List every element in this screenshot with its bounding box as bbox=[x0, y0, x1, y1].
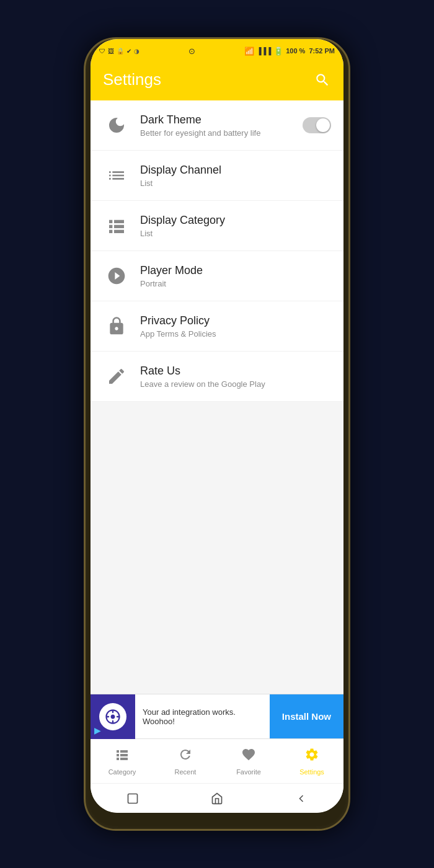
nav-label-recent: Recent bbox=[175, 768, 197, 776]
signal-icon: ▐▐▐ bbox=[257, 47, 271, 55]
player-mode-icon bbox=[103, 262, 130, 290]
dark-theme-title: Dark Theme bbox=[140, 113, 303, 126]
ad-logo: ▶ bbox=[91, 694, 135, 739]
battery-percent: 100 % bbox=[286, 47, 305, 55]
nav-item-favorite[interactable]: Favorite bbox=[217, 747, 280, 776]
privacy-policy-subtitle: App Terms & Policies bbox=[140, 329, 331, 339]
ad-logo-inner bbox=[99, 703, 126, 730]
rate-us-icon bbox=[103, 363, 130, 390]
phone-device: 🛡 🖼 🔒 ✔ ◑ ⊙ 📶 ▐▐▐ 🔋 100 % 7:52 PM Settin… bbox=[84, 37, 350, 831]
header: Settings bbox=[91, 63, 343, 100]
nav-label-favorite: Favorite bbox=[236, 768, 261, 776]
rate-us-title: Rate Us bbox=[140, 365, 331, 378]
toggle-switch[interactable] bbox=[303, 117, 331, 133]
player-mode-item[interactable]: Player Mode Portrait bbox=[91, 251, 343, 301]
nav-label-category: Category bbox=[108, 768, 136, 776]
toggle-knob bbox=[316, 118, 330, 132]
time: 7:52 PM bbox=[309, 47, 335, 55]
category-icon bbox=[115, 747, 130, 766]
dark-theme-text: Dark Theme Better for eyesight and batte… bbox=[140, 113, 303, 138]
ad-banner: ▶ Your ad integration works. Woohoo! Ins… bbox=[91, 694, 343, 738]
system-nav bbox=[91, 783, 343, 813]
recent-icon bbox=[178, 747, 193, 766]
display-category-item[interactable]: Display Category List bbox=[91, 201, 343, 251]
search-icon bbox=[314, 72, 330, 88]
display-category-icon bbox=[103, 212, 130, 239]
image-icon: 🖼 bbox=[108, 48, 114, 55]
display-channel-subtitle: List bbox=[140, 179, 331, 188]
player-mode-subtitle: Portrait bbox=[140, 279, 331, 288]
rate-us-text: Rate Us Leave a review on the Google Pla… bbox=[140, 365, 331, 389]
settings-list: Dark Theme Better for eyesight and batte… bbox=[91, 100, 343, 402]
circle-icon: ◑ bbox=[134, 48, 140, 55]
nav-item-category[interactable]: Category bbox=[91, 747, 154, 776]
ad-text: Your ad integration works. Woohoo! bbox=[135, 707, 270, 726]
dark-theme-subtitle: Better for eyesight and battery life bbox=[140, 128, 303, 138]
privacy-policy-title: Privacy Policy bbox=[140, 314, 331, 327]
display-category-title: Display Category bbox=[140, 214, 331, 227]
status-bar: 🛡 🖼 🔒 ✔ ◑ ⊙ 📶 ▐▐▐ 🔋 100 % 7:52 PM bbox=[91, 39, 343, 63]
ad-play-icon: ▶ bbox=[94, 725, 101, 735]
favorite-icon bbox=[241, 747, 256, 766]
status-left-icons: 🛡 🖼 🔒 ✔ ◑ bbox=[99, 48, 140, 55]
display-channel-icon bbox=[103, 162, 130, 189]
nav-item-recent[interactable]: Recent bbox=[154, 747, 217, 776]
camera-indicator: ⊙ bbox=[188, 46, 195, 56]
settings-content: Dark Theme Better for eyesight and batte… bbox=[91, 100, 343, 694]
nav-item-settings[interactable]: Settings bbox=[280, 747, 343, 776]
vpn-icon: 🛡 bbox=[99, 48, 105, 55]
bottom-nav: Category Recent Favorite bbox=[91, 738, 343, 783]
display-channel-title: Display Channel bbox=[140, 164, 331, 177]
search-button[interactable] bbox=[314, 71, 331, 89]
back-button[interactable] bbox=[293, 790, 310, 807]
player-mode-title: Player Mode bbox=[140, 264, 331, 277]
nav-label-settings: Settings bbox=[299, 768, 324, 776]
status-right-info: 📶 ▐▐▐ 🔋 100 % 7:52 PM bbox=[244, 46, 335, 56]
svg-rect-0 bbox=[128, 794, 138, 803]
rate-us-subtitle: Leave a review on the Google Play bbox=[140, 379, 331, 389]
wifi-icon: 📶 bbox=[244, 46, 254, 56]
dark-theme-icon bbox=[103, 112, 130, 139]
page-title: Settings bbox=[103, 70, 161, 89]
battery-icon: 🔋 bbox=[273, 46, 283, 56]
rate-us-item[interactable]: Rate Us Leave a review on the Google Pla… bbox=[91, 352, 343, 402]
display-channel-item[interactable]: Display Channel List bbox=[91, 151, 343, 201]
privacy-policy-item[interactable]: Privacy Policy App Terms & Policies bbox=[91, 301, 343, 352]
install-now-button[interactable]: Install Now bbox=[270, 694, 343, 739]
display-channel-text: Display Channel List bbox=[140, 164, 331, 188]
privacy-policy-icon bbox=[103, 312, 130, 340]
phone-screen: 🛡 🖼 🔒 ✔ ◑ ⊙ 📶 ▐▐▐ 🔋 100 % 7:52 PM Settin… bbox=[91, 39, 343, 813]
settings-icon bbox=[304, 747, 319, 766]
player-mode-text: Player Mode Portrait bbox=[140, 264, 331, 288]
home-button[interactable] bbox=[208, 790, 226, 807]
display-category-subtitle: List bbox=[140, 229, 331, 238]
dark-theme-toggle[interactable] bbox=[303, 117, 331, 133]
shield-icon: ✔ bbox=[126, 48, 131, 55]
display-category-text: Display Category List bbox=[140, 214, 331, 238]
lock-icon: 🔒 bbox=[117, 48, 124, 55]
privacy-policy-text: Privacy Policy App Terms & Policies bbox=[140, 314, 331, 339]
recent-apps-button[interactable] bbox=[124, 790, 141, 807]
dark-theme-item[interactable]: Dark Theme Better for eyesight and batte… bbox=[91, 100, 343, 151]
